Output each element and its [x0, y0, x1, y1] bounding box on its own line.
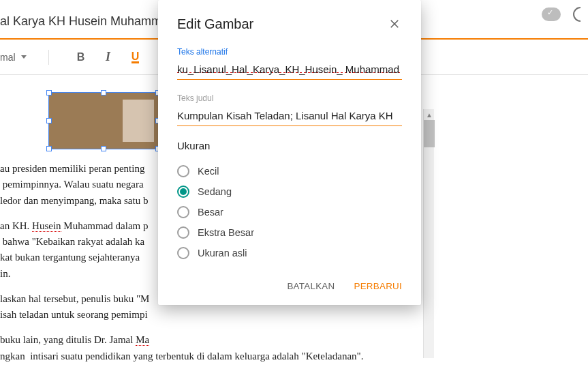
update-button[interactable]: PERBARUI: [354, 281, 402, 291]
size-radio-sedang[interactable]: Sedang: [177, 181, 402, 202]
dialog-title: Edit Gambar: [177, 16, 253, 32]
alt-text-label: Teks alternatif: [177, 47, 402, 57]
radio-icon: [177, 206, 189, 218]
edit-image-dialog: Edit Gambar Teks alternatif Teks judul U…: [158, 0, 421, 305]
size-radio-kecil[interactable]: Kecil: [177, 161, 402, 181]
radio-label: Ukuran asli: [198, 248, 247, 259]
radio-label: Kecil: [198, 166, 219, 177]
alt-text-input[interactable]: [177, 61, 402, 80]
radio-label: Ekstra Besar: [198, 227, 254, 238]
title-text-label: Teks judul: [177, 93, 402, 103]
size-radio-ekstra-besar[interactable]: Ekstra Besar: [177, 222, 402, 243]
close-icon[interactable]: [388, 18, 402, 31]
radio-icon: [177, 186, 189, 198]
radio-label: Sedang: [198, 186, 232, 197]
title-text-input[interactable]: [177, 107, 402, 126]
radio-icon: [177, 226, 189, 239]
radio-icon: [177, 165, 189, 177]
size-radio-besar[interactable]: Besar: [177, 202, 402, 222]
size-heading: Ukuran: [177, 140, 402, 151]
radio-icon: [177, 247, 189, 259]
size-radio-ukuran-asli[interactable]: Ukuran asli: [177, 243, 402, 263]
radio-label: Besar: [198, 207, 223, 218]
cancel-button[interactable]: BATALKAN: [287, 281, 335, 291]
